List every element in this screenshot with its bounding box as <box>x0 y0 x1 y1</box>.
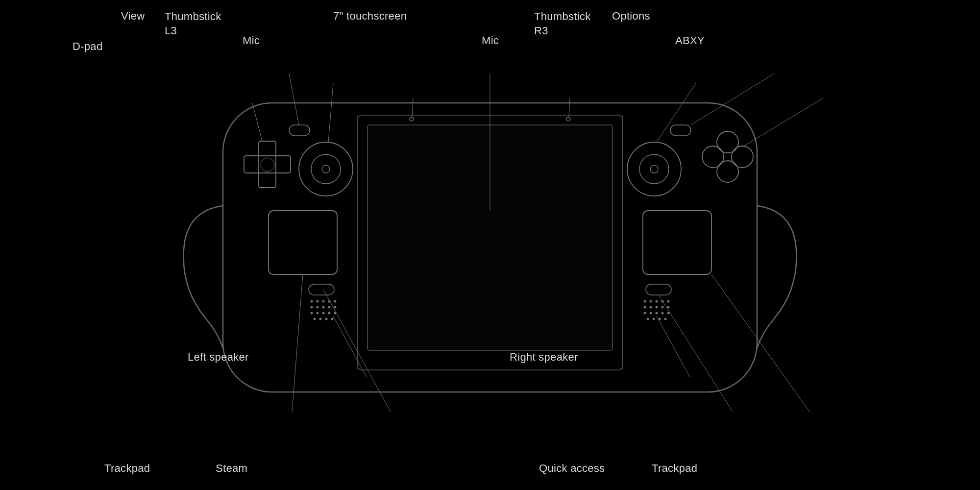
svg-point-46 <box>650 300 652 303</box>
svg-point-42 <box>717 161 738 182</box>
svg-point-24 <box>311 312 313 315</box>
svg-point-16 <box>322 300 325 303</box>
label-thumbstick-r3: Thumbstick R3 <box>534 10 590 38</box>
svg-point-20 <box>317 306 319 309</box>
svg-point-27 <box>328 312 331 315</box>
svg-point-37 <box>650 165 658 173</box>
svg-line-72 <box>742 98 823 147</box>
label-trackpad-right: Trackpad <box>652 462 697 475</box>
svg-line-77 <box>659 295 733 412</box>
svg-line-66 <box>328 83 333 142</box>
svg-rect-38 <box>670 125 691 136</box>
svg-point-15 <box>317 300 319 303</box>
label-touchscreen: 7" touchscreen <box>333 10 407 23</box>
svg-point-49 <box>667 300 670 303</box>
svg-line-64 <box>252 103 262 141</box>
svg-point-47 <box>656 300 658 303</box>
svg-point-51 <box>650 306 652 309</box>
svg-rect-6 <box>259 141 276 188</box>
label-thumbstick-l3: Thumbstick L3 <box>165 10 221 38</box>
svg-rect-12 <box>269 211 337 274</box>
svg-point-19 <box>311 306 313 309</box>
svg-point-56 <box>650 312 652 315</box>
svg-point-23 <box>334 306 337 309</box>
svg-line-65 <box>289 74 299 125</box>
label-trackpad-left: Trackpad <box>104 462 150 475</box>
svg-point-52 <box>656 306 658 309</box>
svg-line-76 <box>657 316 690 377</box>
svg-point-26 <box>322 312 325 315</box>
svg-point-33 <box>410 117 414 121</box>
svg-line-71 <box>691 74 774 125</box>
svg-point-40 <box>702 146 724 168</box>
svg-point-21 <box>322 306 325 309</box>
svg-line-75 <box>292 274 303 412</box>
label-mic-left: Mic <box>243 34 260 47</box>
svg-point-8 <box>299 142 353 196</box>
svg-point-45 <box>644 300 646 303</box>
svg-point-31 <box>325 318 328 320</box>
svg-rect-13 <box>309 284 334 295</box>
label-steam: Steam <box>216 462 247 475</box>
svg-point-55 <box>644 312 646 315</box>
svg-point-35 <box>627 142 681 196</box>
svg-point-14 <box>311 300 313 303</box>
svg-line-73 <box>333 316 367 377</box>
svg-point-18 <box>334 300 337 303</box>
svg-point-39 <box>717 131 738 153</box>
svg-point-34 <box>566 117 570 121</box>
svg-rect-43 <box>643 211 711 274</box>
svg-point-29 <box>314 318 316 320</box>
label-mic-right: Mic <box>482 34 499 47</box>
svg-point-22 <box>328 306 331 309</box>
svg-point-25 <box>317 312 319 315</box>
svg-rect-5 <box>244 156 291 173</box>
svg-point-58 <box>662 312 664 315</box>
svg-point-50 <box>644 306 646 309</box>
svg-point-54 <box>667 306 670 309</box>
svg-point-61 <box>653 318 655 320</box>
svg-point-9 <box>311 154 341 184</box>
svg-point-7 <box>261 158 274 172</box>
label-options: Options <box>612 10 650 23</box>
svg-rect-11 <box>289 125 310 136</box>
svg-point-32 <box>331 318 334 320</box>
svg-line-78 <box>711 274 809 412</box>
svg-point-41 <box>732 146 753 168</box>
diagram-container: D-pad View Thumbstick L3 Mic 7" touchscr… <box>0 0 980 490</box>
svg-point-57 <box>656 312 658 315</box>
svg-point-59 <box>667 312 670 315</box>
label-dpad: D-pad <box>73 40 102 53</box>
svg-line-69 <box>569 98 570 117</box>
label-quick-access: Quick access <box>539 462 605 475</box>
svg-point-60 <box>647 318 649 320</box>
label-right-speaker: Right speaker <box>510 351 578 364</box>
svg-point-63 <box>664 318 667 320</box>
svg-point-30 <box>319 318 322 320</box>
svg-rect-44 <box>646 284 671 295</box>
svg-point-10 <box>322 165 330 173</box>
svg-point-36 <box>639 154 669 184</box>
svg-point-53 <box>662 306 664 309</box>
label-view: View <box>121 10 145 23</box>
label-left-speaker: Left speaker <box>188 351 249 364</box>
svg-line-67 <box>412 98 413 117</box>
label-abxy: ABXY <box>675 34 705 47</box>
